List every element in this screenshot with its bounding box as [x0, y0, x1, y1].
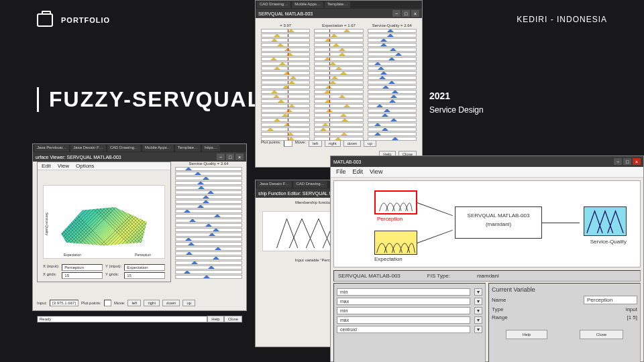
help-button[interactable]: Help — [506, 330, 547, 339]
menu-file[interactable]: File — [336, 168, 346, 176]
tab[interactable]: Jasa Desain F… — [70, 145, 105, 152]
y-input-select[interactable]: Expectation — [124, 264, 165, 271]
briefcase-icon — [37, 13, 53, 27]
plot-points-label: Plot points: — [261, 140, 281, 147]
rule-viewer-window: CAD Drawing… Mobile Apps… Template… SERV… — [255, 0, 423, 168]
fis-input-expectation[interactable] — [374, 231, 417, 255]
output-label: Service-Quality — [590, 239, 627, 245]
nav-up-button[interactable]: up — [182, 300, 195, 306]
dropdown-icon[interactable]: ▾ — [474, 326, 482, 333]
close-button[interactable]: Close — [580, 330, 623, 339]
fis-methods-panel: min▾ max▾ min▾ max▾ centroid▾ — [333, 283, 486, 362]
help-button[interactable]: Help — [207, 316, 223, 322]
close-button[interactable]: × — [633, 158, 641, 165]
var-name-field[interactable]: Perception — [584, 296, 637, 304]
sq-head: Service-Quality = 2.64 — [175, 162, 242, 166]
maximize-button[interactable]: □ — [623, 158, 631, 165]
minimize-button[interactable]: − — [614, 158, 622, 165]
maximize-button[interactable]: □ — [226, 154, 234, 160]
fis-output-block[interactable] — [584, 206, 627, 236]
tab[interactable]: Mobile Apps… — [292, 1, 323, 8]
rule-stack — [314, 29, 363, 141]
minimize-button[interactable]: − — [217, 154, 225, 160]
tab[interactable]: Jasa Pembuat… — [34, 145, 69, 152]
menu-edit[interactable]: Edit — [42, 163, 51, 169]
close-button[interactable]: × — [411, 10, 419, 17]
nav-left-button[interactable]: left — [309, 140, 322, 147]
tab[interactable]: CAD Drawing… — [257, 1, 290, 8]
fis-system-block[interactable]: SERVQUAL MATLAB-003 (mamdani) — [455, 206, 542, 239]
window-title: urface Viewer: SERVQUAL MATLAB-003 — [36, 155, 121, 160]
status-ready: Ready — [37, 316, 207, 322]
location-label: KEDIRI - INDONESIA — [517, 15, 607, 24]
x-input-select[interactable]: Perception — [62, 264, 103, 271]
dropdown-icon[interactable]: ▾ — [474, 298, 482, 305]
tab[interactable]: CAD Drawing… — [107, 145, 141, 152]
input-field[interactable]: [3.975,1.667] — [50, 300, 78, 306]
var-range-value: [1 5] — [627, 314, 637, 320]
menu-options[interactable]: Options — [76, 163, 95, 169]
y-grids-input[interactable]: 15 — [124, 272, 165, 279]
portfolio-label: PORTFOLIO — [61, 16, 110, 24]
input-label: Expectation — [374, 256, 402, 262]
plot-points-input[interactable] — [284, 140, 292, 147]
surface-plot[interactable]: Expectation Perception Service-Quality — [43, 185, 165, 259]
dropdown-icon[interactable]: ▾ — [474, 288, 482, 296]
rule-stack — [368, 29, 417, 141]
nav-up-button[interactable]: up — [364, 140, 376, 147]
tab[interactable]: Template… — [175, 145, 201, 152]
surface-viewer-window: Jasa Pembuat… Jasa Desain F… CAD Drawing… — [32, 143, 247, 311]
agg-method-select[interactable]: max — [337, 316, 470, 324]
tab[interactable]: CAD Drawing… — [293, 181, 327, 188]
rule-col-head: = 3.97 — [261, 23, 310, 27]
fis-editor-window: MATLAB-003 − □ × File Edit View Percepti… — [330, 156, 644, 362]
menu-edit[interactable]: Edit — [353, 168, 364, 176]
and-method-select[interactable]: min — [337, 288, 470, 296]
dropdown-icon[interactable]: ▾ — [474, 316, 482, 324]
plot-points-input[interactable] — [104, 300, 111, 306]
nav-down-button[interactable]: down — [343, 140, 361, 147]
impl-method-select[interactable]: min — [337, 307, 470, 314]
tab[interactable]: Jasa Desain F… — [257, 181, 292, 188]
maximize-button[interactable]: □ — [402, 10, 410, 17]
sys-name: SERVQUAL MATLAB-003 — [338, 273, 400, 279]
tab[interactable]: Mobile Apps… — [142, 145, 174, 152]
window-title: MATLAB-003 — [333, 160, 362, 164]
tab[interactable]: https… — [202, 145, 220, 152]
input-label: Perception — [377, 216, 402, 222]
nav-left-button[interactable]: left — [127, 300, 141, 306]
nav-down-button[interactable]: down — [162, 300, 180, 306]
close-button[interactable]: × — [235, 154, 244, 160]
tab[interactable]: Template… — [325, 1, 350, 8]
page-title: FUZZY-SERVQUAL — [49, 87, 262, 112]
close-button[interactable]: Close — [224, 316, 242, 322]
var-type-value: input — [626, 306, 637, 312]
fis-type-value: mamdani — [477, 273, 499, 279]
browser-tabs: CAD Drawing… Mobile Apps… Template… — [256, 1, 422, 9]
x-grids-input[interactable]: 15 — [62, 272, 103, 279]
menu-view[interactable]: View — [58, 163, 69, 169]
rule-stack — [261, 29, 310, 141]
year-label: 2021 — [429, 90, 484, 101]
defuzz-method-select[interactable]: centroid — [337, 326, 470, 333]
minimize-button[interactable]: − — [392, 10, 400, 17]
rule-stack-right — [175, 167, 242, 279]
rule-col-head: Expectation = 1.67 — [314, 23, 363, 27]
or-method-select[interactable]: max — [337, 298, 470, 305]
move-label: Move: — [295, 140, 306, 147]
nav-right-button[interactable]: right — [325, 140, 341, 147]
fis-input-perception[interactable] — [374, 190, 417, 215]
nav-right-button[interactable]: right — [144, 300, 160, 306]
fis-canvas: Perception Expectation SERVQUAL MATLAB-0… — [333, 180, 641, 267]
current-variable-panel: Current Variable NamePerception Typeinpu… — [488, 283, 641, 362]
category-label: Service Design — [429, 105, 484, 115]
window-title: SERVQUAL MATLAB-003 — [258, 11, 313, 16]
dropdown-icon[interactable]: ▾ — [474, 307, 482, 314]
rule-col-head: Service-Quality = 2.64 — [368, 23, 417, 27]
panel-head: Current Variable — [492, 286, 637, 293]
menu-view[interactable]: View — [370, 168, 382, 176]
